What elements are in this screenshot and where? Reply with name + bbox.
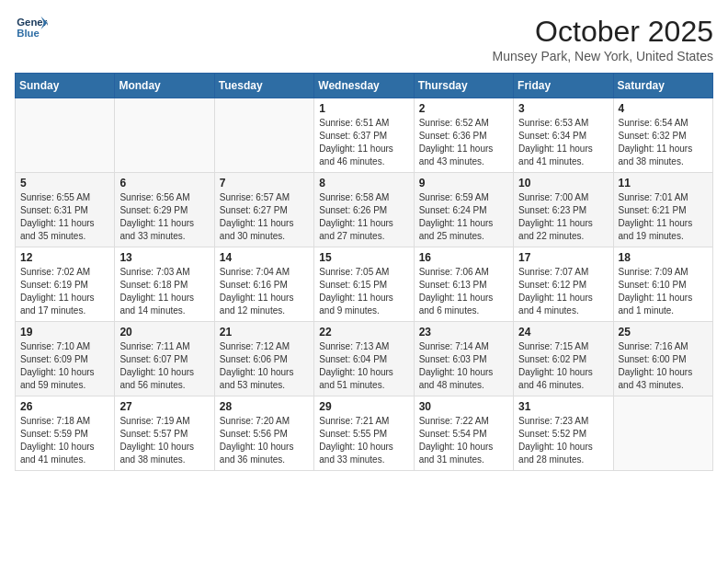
day-number: 21 xyxy=(220,326,309,339)
calendar-cell: 8Sunrise: 6:58 AM Sunset: 6:26 PM Daylig… xyxy=(314,173,414,247)
day-number: 3 xyxy=(518,102,608,115)
weekday-header-row: SundayMondayTuesdayWednesdayThursdayFrid… xyxy=(16,74,713,98)
day-number: 11 xyxy=(619,177,708,190)
calendar-cell: 23Sunrise: 7:14 AM Sunset: 6:03 PM Dayli… xyxy=(414,322,513,396)
weekday-header-friday: Friday xyxy=(514,74,613,98)
day-number: 12 xyxy=(20,251,109,264)
day-info: Sunrise: 7:02 AM Sunset: 6:19 PM Dayligh… xyxy=(20,266,109,317)
weekday-header-tuesday: Tuesday xyxy=(214,74,313,98)
day-info: Sunrise: 6:56 AM Sunset: 6:29 PM Dayligh… xyxy=(119,191,209,243)
calendar-cell: 9Sunrise: 6:59 AM Sunset: 6:24 PM Daylig… xyxy=(414,173,513,247)
calendar-cell: 29Sunrise: 7:21 AM Sunset: 5:55 PM Dayli… xyxy=(314,396,414,471)
calendar-cell xyxy=(16,98,115,173)
day-info: Sunrise: 6:54 AM Sunset: 6:32 PM Dayligh… xyxy=(619,117,708,168)
day-info: Sunrise: 7:18 AM Sunset: 5:59 PM Dayligh… xyxy=(20,415,109,466)
calendar-cell: 5Sunrise: 6:55 AM Sunset: 6:31 PM Daylig… xyxy=(16,173,115,247)
day-number: 7 xyxy=(220,177,309,190)
day-number: 26 xyxy=(20,400,109,413)
day-info: Sunrise: 6:52 AM Sunset: 6:36 PM Dayligh… xyxy=(419,117,508,168)
logo: General Blue xyxy=(15,15,48,40)
day-info: Sunrise: 7:01 AM Sunset: 6:21 PM Dayligh… xyxy=(619,191,708,243)
day-info: Sunrise: 7:07 AM Sunset: 6:12 PM Dayligh… xyxy=(518,266,608,317)
weekday-header-sunday: Sunday xyxy=(16,74,115,98)
page-header: General Blue October 2025 Munsey Park, N… xyxy=(15,15,713,63)
day-number: 23 xyxy=(419,326,508,339)
calendar-cell: 11Sunrise: 7:01 AM Sunset: 6:21 PM Dayli… xyxy=(613,173,712,247)
day-info: Sunrise: 7:05 AM Sunset: 6:15 PM Dayligh… xyxy=(319,266,408,317)
calendar-cell: 31Sunrise: 7:23 AM Sunset: 5:52 PM Dayli… xyxy=(514,396,613,471)
title-block: October 2025 Munsey Park, New York, Unit… xyxy=(493,15,713,63)
calendar-cell: 28Sunrise: 7:20 AM Sunset: 5:56 PM Dayli… xyxy=(214,396,313,471)
day-info: Sunrise: 7:11 AM Sunset: 6:07 PM Dayligh… xyxy=(119,340,209,392)
day-info: Sunrise: 6:59 AM Sunset: 6:24 PM Dayligh… xyxy=(419,191,508,243)
day-info: Sunrise: 7:13 AM Sunset: 6:04 PM Dayligh… xyxy=(319,340,408,392)
calendar-cell: 1Sunrise: 6:51 AM Sunset: 6:37 PM Daylig… xyxy=(314,98,414,173)
day-number: 19 xyxy=(20,326,109,339)
day-number: 17 xyxy=(518,251,608,264)
calendar-cell xyxy=(214,98,313,173)
day-info: Sunrise: 7:06 AM Sunset: 6:13 PM Dayligh… xyxy=(419,266,508,317)
day-info: Sunrise: 6:55 AM Sunset: 6:31 PM Dayligh… xyxy=(20,191,109,243)
day-info: Sunrise: 7:21 AM Sunset: 5:55 PM Dayligh… xyxy=(319,415,408,466)
calendar-week-4: 19Sunrise: 7:10 AM Sunset: 6:09 PM Dayli… xyxy=(16,322,713,396)
calendar-cell: 26Sunrise: 7:18 AM Sunset: 5:59 PM Dayli… xyxy=(16,396,115,471)
calendar-cell xyxy=(115,98,214,173)
day-number: 18 xyxy=(619,251,708,264)
calendar-cell: 20Sunrise: 7:11 AM Sunset: 6:07 PM Dayli… xyxy=(115,322,214,396)
svg-text:Blue: Blue xyxy=(17,28,40,39)
calendar-cell: 22Sunrise: 7:13 AM Sunset: 6:04 PM Dayli… xyxy=(314,322,414,396)
calendar-cell: 6Sunrise: 6:56 AM Sunset: 6:29 PM Daylig… xyxy=(115,173,214,247)
calendar-cell: 7Sunrise: 6:57 AM Sunset: 6:27 PM Daylig… xyxy=(214,173,313,247)
calendar-week-2: 5Sunrise: 6:55 AM Sunset: 6:31 PM Daylig… xyxy=(16,173,713,247)
calendar-cell: 17Sunrise: 7:07 AM Sunset: 6:12 PM Dayli… xyxy=(514,247,613,322)
calendar-cell: 10Sunrise: 7:00 AM Sunset: 6:23 PM Dayli… xyxy=(514,173,613,247)
calendar-cell: 30Sunrise: 7:22 AM Sunset: 5:54 PM Dayli… xyxy=(414,396,513,471)
day-number: 16 xyxy=(419,251,508,264)
day-number: 14 xyxy=(220,251,309,264)
day-number: 25 xyxy=(619,326,708,339)
day-info: Sunrise: 7:15 AM Sunset: 6:02 PM Dayligh… xyxy=(518,340,608,392)
calendar-cell: 14Sunrise: 7:04 AM Sunset: 6:16 PM Dayli… xyxy=(214,247,313,322)
month-title: October 2025 xyxy=(493,15,713,49)
day-info: Sunrise: 7:03 AM Sunset: 6:18 PM Dayligh… xyxy=(119,266,209,317)
day-number: 5 xyxy=(20,177,109,190)
calendar-cell: 18Sunrise: 7:09 AM Sunset: 6:10 PM Dayli… xyxy=(613,247,712,322)
day-info: Sunrise: 6:51 AM Sunset: 6:37 PM Dayligh… xyxy=(319,117,408,168)
day-number: 30 xyxy=(419,400,508,413)
day-number: 20 xyxy=(119,326,209,339)
day-info: Sunrise: 6:58 AM Sunset: 6:26 PM Dayligh… xyxy=(319,191,408,243)
day-number: 29 xyxy=(319,400,408,413)
day-number: 9 xyxy=(419,177,508,190)
calendar-week-1: 1Sunrise: 6:51 AM Sunset: 6:37 PM Daylig… xyxy=(16,98,713,173)
day-number: 4 xyxy=(619,102,708,115)
day-number: 28 xyxy=(220,400,309,413)
calendar-cell: 25Sunrise: 7:16 AM Sunset: 6:00 PM Dayli… xyxy=(613,322,712,396)
calendar-cell: 21Sunrise: 7:12 AM Sunset: 6:06 PM Dayli… xyxy=(214,322,313,396)
day-number: 2 xyxy=(419,102,508,115)
day-number: 13 xyxy=(119,251,209,264)
day-info: Sunrise: 7:16 AM Sunset: 6:00 PM Dayligh… xyxy=(619,340,708,392)
calendar-week-5: 26Sunrise: 7:18 AM Sunset: 5:59 PM Dayli… xyxy=(16,396,713,471)
day-info: Sunrise: 7:23 AM Sunset: 5:52 PM Dayligh… xyxy=(518,415,608,466)
day-number: 15 xyxy=(319,251,408,264)
weekday-header-monday: Monday xyxy=(115,74,214,98)
day-info: Sunrise: 7:14 AM Sunset: 6:03 PM Dayligh… xyxy=(419,340,508,392)
location: Munsey Park, New York, United States xyxy=(493,49,713,63)
calendar-cell: 24Sunrise: 7:15 AM Sunset: 6:02 PM Dayli… xyxy=(514,322,613,396)
day-number: 24 xyxy=(518,326,608,339)
day-info: Sunrise: 7:12 AM Sunset: 6:06 PM Dayligh… xyxy=(220,340,309,392)
day-info: Sunrise: 7:22 AM Sunset: 5:54 PM Dayligh… xyxy=(419,415,508,466)
day-number: 8 xyxy=(319,177,408,190)
weekday-header-saturday: Saturday xyxy=(613,74,712,98)
calendar-cell: 16Sunrise: 7:06 AM Sunset: 6:13 PM Dayli… xyxy=(414,247,513,322)
calendar-cell: 27Sunrise: 7:19 AM Sunset: 5:57 PM Dayli… xyxy=(115,396,214,471)
logo-icon: General Blue xyxy=(15,15,48,40)
calendar-table: SundayMondayTuesdayWednesdayThursdayFrid… xyxy=(15,73,713,471)
day-number: 10 xyxy=(518,177,608,190)
day-info: Sunrise: 7:20 AM Sunset: 5:56 PM Dayligh… xyxy=(220,415,309,466)
day-number: 22 xyxy=(319,326,408,339)
day-number: 27 xyxy=(119,400,209,413)
day-info: Sunrise: 7:04 AM Sunset: 6:16 PM Dayligh… xyxy=(220,266,309,317)
calendar-cell: 19Sunrise: 7:10 AM Sunset: 6:09 PM Dayli… xyxy=(16,322,115,396)
day-info: Sunrise: 7:10 AM Sunset: 6:09 PM Dayligh… xyxy=(20,340,109,392)
